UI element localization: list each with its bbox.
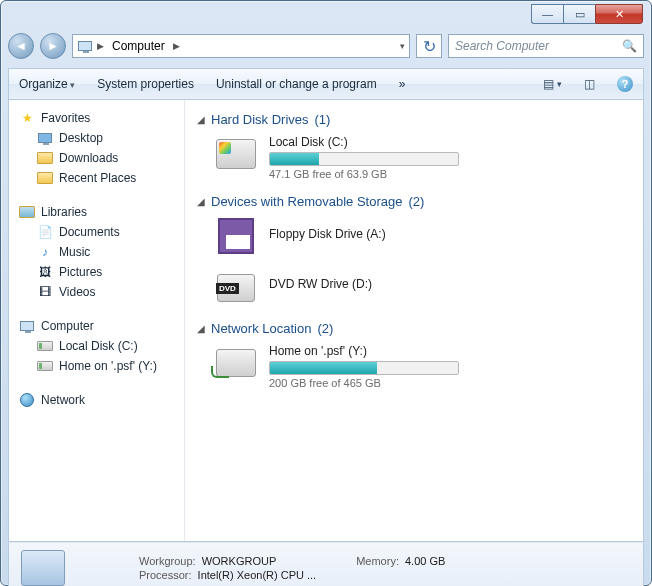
computer-icon	[21, 550, 65, 586]
collapse-icon[interactable]: ◢	[197, 114, 205, 125]
section-network-location[interactable]: ◢ Network Location (2)	[197, 321, 631, 336]
organize-menu[interactable]: Organize	[19, 77, 75, 91]
nav-documents[interactable]: 📄Documents	[15, 222, 184, 242]
computer-icon	[19, 318, 35, 334]
pictures-icon: 🖼	[37, 264, 53, 280]
search-input[interactable]: Search Computer 🔍	[448, 34, 644, 58]
star-icon: ★	[19, 110, 35, 126]
back-button[interactable]: ◄	[8, 33, 34, 59]
uninstall-program-button[interactable]: Uninstall or change a program	[216, 77, 377, 91]
nav-computer-header[interactable]: Computer	[15, 316, 184, 336]
nav-desktop[interactable]: Desktop	[15, 128, 184, 148]
dvd-drive-icon	[215, 269, 257, 307]
address-bar[interactable]: ▶ Computer ▶ ▾	[72, 34, 410, 58]
chevron-right-icon[interactable]: ▶	[173, 41, 180, 51]
drive-icon	[37, 338, 53, 354]
search-icon: 🔍	[622, 39, 637, 53]
maximize-button[interactable]: ▭	[563, 4, 595, 24]
floppy-icon	[215, 217, 257, 255]
preview-pane-button[interactable]: ◫	[584, 77, 595, 91]
forward-button[interactable]: ►	[40, 33, 66, 59]
search-placeholder: Search Computer	[455, 39, 549, 53]
hard-drive-icon	[215, 135, 257, 173]
content-pane: ◢ Hard Disk Drives (1) Local Disk (C:) 4…	[185, 100, 643, 541]
capacity-bar	[269, 361, 459, 375]
nav-libraries-header[interactable]: Libraries	[15, 202, 184, 222]
network-drive-icon	[215, 344, 257, 382]
desktop-icon	[37, 130, 53, 146]
network-drive-icon	[37, 358, 53, 374]
collapse-icon[interactable]: ◢	[197, 323, 205, 334]
nav-music[interactable]: ♪Music	[15, 242, 184, 262]
minimize-button[interactable]: —	[531, 4, 563, 24]
music-icon: ♪	[37, 244, 53, 260]
drive-dvd-d[interactable]: DVD RW Drive (D:)	[215, 269, 631, 307]
close-button[interactable]: ✕	[595, 4, 643, 24]
details-pane: Workgroup:WORKGROUP Memory:4.00 GB Proce…	[8, 542, 644, 586]
recent-icon	[37, 170, 53, 186]
nav-network-header[interactable]: Network	[15, 390, 184, 410]
nav-pictures[interactable]: 🖼Pictures	[15, 262, 184, 282]
documents-icon: 📄	[37, 224, 53, 240]
pane-icon: ◫	[584, 77, 595, 91]
capacity-fill	[270, 153, 319, 165]
address-dropdown-icon[interactable]: ▾	[400, 41, 405, 51]
videos-icon: 🎞	[37, 284, 53, 300]
drive-home-psf-y[interactable]: Home on '.psf' (Y:) 200 GB free of 465 G…	[215, 344, 631, 389]
breadcrumb-computer[interactable]: Computer	[108, 38, 169, 54]
nav-favorites-header[interactable]: ★ Favorites	[15, 108, 184, 128]
explorer-window: — ▭ ✕ ◄ ► ▶ Computer ▶ ▾ ↻ Search Comput…	[0, 0, 652, 586]
computer-icon	[77, 38, 93, 54]
downloads-icon	[37, 150, 53, 166]
network-icon	[19, 392, 35, 408]
system-properties-button[interactable]: System properties	[97, 77, 194, 91]
window-controls: — ▭ ✕	[531, 4, 643, 24]
view-icon: ▤	[543, 77, 554, 91]
command-bar: Organize System properties Uninstall or …	[8, 68, 644, 100]
nav-videos[interactable]: 🎞Videos	[15, 282, 184, 302]
nav-home-psf-y[interactable]: Home on '.psf' (Y:)	[15, 356, 184, 376]
drive-floppy-a[interactable]: Floppy Disk Drive (A:)	[215, 217, 631, 255]
section-removable-storage[interactable]: ◢ Devices with Removable Storage (2)	[197, 194, 631, 209]
refresh-icon: ↻	[423, 37, 436, 56]
nav-downloads[interactable]: Downloads	[15, 148, 184, 168]
libraries-icon	[19, 204, 35, 220]
navigation-pane: ★ Favorites Desktop Downloads Recent Pla…	[9, 100, 185, 541]
section-hard-disk-drives[interactable]: ◢ Hard Disk Drives (1)	[197, 112, 631, 127]
help-button[interactable]: ?	[617, 76, 633, 92]
nav-recent-places[interactable]: Recent Places	[15, 168, 184, 188]
chevron-right-icon[interactable]: ▶	[97, 41, 104, 51]
collapse-icon[interactable]: ◢	[197, 196, 205, 207]
view-options-button[interactable]: ▤▾	[543, 77, 562, 91]
capacity-bar	[269, 152, 459, 166]
capacity-fill	[270, 362, 377, 374]
nav-local-disk-c[interactable]: Local Disk (C:)	[15, 336, 184, 356]
help-icon: ?	[617, 76, 633, 92]
more-commands-button[interactable]: »	[399, 77, 406, 91]
refresh-button[interactable]: ↻	[416, 34, 442, 58]
drive-local-disk-c[interactable]: Local Disk (C:) 47.1 GB free of 63.9 GB	[215, 135, 631, 180]
